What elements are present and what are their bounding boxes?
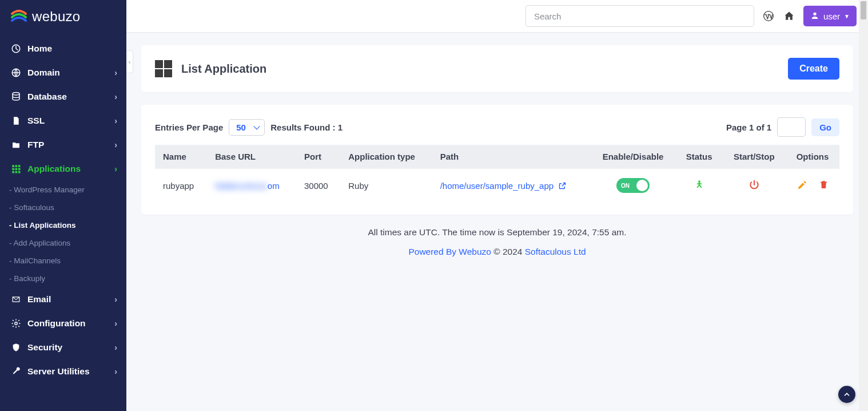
table-row: rubyapp hiddenurlxxxxom 30000 Ruby /home…	[155, 169, 839, 203]
chevron-right-icon: ›	[114, 343, 117, 352]
col-status: Status	[676, 145, 723, 169]
chevron-right-icon: ›	[114, 295, 117, 304]
external-link-icon	[558, 181, 567, 190]
page-info-label: Page 1 of 1	[726, 122, 771, 132]
sidebar-item-label: Security	[27, 342, 62, 353]
security-icon	[9, 342, 23, 353]
col-enable: Enable/Disable	[590, 145, 675, 169]
chevron-right-icon: ›	[114, 367, 117, 376]
wordpress-icon[interactable]	[762, 10, 775, 22]
go-button[interactable]: Go	[811, 118, 839, 136]
svg-point-12	[15, 322, 18, 325]
sidebar-subitem[interactable]: - MailChannels	[0, 252, 126, 270]
svg-rect-8	[18, 168, 21, 171]
page-number-input[interactable]	[777, 117, 806, 137]
svg-rect-10	[15, 171, 18, 173]
path-link[interactable]: /home/user/sample_ruby_app	[440, 181, 567, 191]
cell-name: rubyapp	[155, 169, 207, 203]
user-menu-button[interactable]: user ▼	[803, 6, 857, 26]
sidebar-item-configuration[interactable]: Configuration›	[0, 311, 126, 335]
chevron-right-icon: ›	[114, 92, 117, 101]
cell-status	[676, 169, 723, 203]
sidebar-item-label: SSL	[27, 116, 45, 126]
sidebar-item-email[interactable]: Email›	[0, 287, 126, 311]
caret-down-icon: ▼	[844, 13, 850, 19]
cell-path: /home/user/sample_ruby_app	[432, 169, 591, 203]
sidebar-item-label: Home	[27, 44, 52, 54]
sidebar-item-label: Email	[27, 294, 51, 305]
sidebar-subitem[interactable]: - List Applications	[0, 216, 126, 234]
search-input[interactable]	[525, 5, 754, 27]
scroll-top-button[interactable]	[838, 386, 855, 403]
sidebar-item-ssl[interactable]: SSL›	[0, 109, 126, 133]
sidebar-item-label: Configuration	[27, 318, 86, 329]
sidebar-item-label: Database	[27, 92, 67, 102]
sidebar-collapse-handle[interactable]: ‹	[126, 50, 133, 73]
user-icon	[810, 11, 819, 22]
ssl-icon	[9, 116, 23, 126]
cell-startstop	[723, 169, 786, 203]
sidebar-item-label: FTP	[27, 140, 44, 150]
col-base-url: Base URL	[207, 145, 296, 169]
svg-rect-3	[12, 165, 14, 167]
sidebar: webuzo HomeDomain›Database›SSL›FTP›Appli…	[0, 0, 126, 411]
sidebar-item-label: Server Utilities	[27, 366, 90, 377]
sidebar-item-database[interactable]: Database›	[0, 85, 126, 109]
trash-icon[interactable]	[819, 180, 829, 192]
powered-by-link[interactable]: Powered By Webuzo	[408, 247, 491, 256]
chevron-right-icon: ›	[114, 116, 117, 125]
entries-per-page-select[interactable]: 50	[229, 119, 265, 136]
page-title: List Application	[181, 62, 266, 76]
sidebar-item-applications[interactable]: Applications›	[0, 157, 126, 181]
svg-rect-11	[18, 171, 21, 173]
sidebar-subitem[interactable]: - Backuply	[0, 270, 126, 287]
ftp-icon	[9, 140, 23, 149]
home-icon[interactable]	[783, 10, 795, 22]
sidebar-item-server-utilities[interactable]: Server Utilities›	[0, 359, 126, 384]
grid-icon	[155, 60, 172, 77]
col-startstop: Start/Stop	[723, 145, 786, 169]
sidebar-item-label: Domain	[27, 68, 60, 78]
main: ‹ user ▼ List Application	[126, 0, 868, 411]
chevron-right-icon: ›	[114, 140, 117, 149]
edit-icon[interactable]	[797, 180, 807, 192]
sidebar-item-domain[interactable]: Domain›	[0, 61, 126, 85]
cell-base-url[interactable]: hiddenurlxxxxom	[207, 169, 296, 203]
chevron-right-icon: ›	[114, 319, 117, 328]
logo-icon	[10, 8, 27, 25]
chevron-right-icon: ›	[114, 68, 117, 77]
footer-time: All times are UTC. The time now is Septe…	[141, 227, 853, 238]
results-found-label: Results Found : 1	[270, 122, 343, 132]
power-icon[interactable]	[748, 183, 760, 192]
sidebar-item-home[interactable]: Home	[0, 37, 126, 61]
chevron-right-icon: ›	[114, 164, 117, 173]
svg-rect-7	[15, 168, 18, 171]
enable-toggle[interactable]: ON	[616, 178, 650, 193]
scrollbar[interactable]	[859, 0, 868, 411]
sidebar-subitem[interactable]: - Softaculous	[0, 199, 126, 216]
topbar: user ▼	[126, 0, 868, 33]
cell-options	[786, 169, 839, 203]
brand-name: webuzo	[32, 9, 81, 25]
list-card: Entries Per Page 50 Results Found : 1 Pa…	[141, 105, 853, 215]
svg-rect-6	[12, 168, 14, 171]
applications-icon	[9, 164, 23, 174]
svg-point-14	[813, 12, 816, 15]
brand-logo[interactable]: webuzo	[0, 0, 126, 37]
col-name: Name	[155, 145, 207, 169]
sidebar-item-label: Applications	[27, 164, 81, 174]
sidebar-item-security[interactable]: Security›	[0, 335, 126, 359]
cell-app-type: Ruby	[340, 169, 432, 203]
cell-enable: ON	[590, 169, 675, 203]
svg-rect-4	[15, 165, 18, 167]
softaculous-link[interactable]: Softaculous Ltd	[525, 247, 586, 256]
create-button[interactable]: Create	[788, 58, 839, 80]
database-icon	[9, 92, 23, 102]
footer-links: Powered By Webuzo © 2024 Softaculous Ltd	[141, 247, 853, 257]
svg-rect-9	[12, 171, 14, 173]
svg-rect-5	[18, 165, 21, 167]
sidebar-subitem[interactable]: - Add Applications	[0, 234, 126, 252]
sidebar-item-ftp[interactable]: FTP›	[0, 133, 126, 157]
cell-port: 30000	[296, 169, 340, 203]
sidebar-subitem[interactable]: - WordPress Manager	[0, 181, 126, 199]
